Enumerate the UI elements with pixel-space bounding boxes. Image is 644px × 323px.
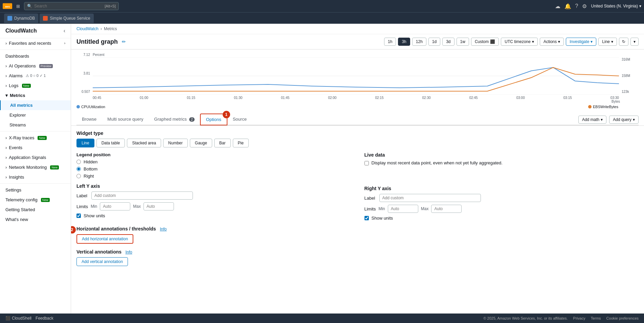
- horizontal-info-link[interactable]: Info: [160, 227, 167, 231]
- edit-graph-icon[interactable]: ✏: [122, 39, 126, 44]
- tab-options[interactable]: 1 Options: [200, 114, 227, 125]
- right-show-units-checkbox[interactable]: [364, 216, 369, 220]
- legend-right-option[interactable]: Right: [76, 174, 351, 179]
- sidebar-item-settings[interactable]: Settings: [0, 185, 71, 195]
- tab-source-label: Source: [233, 117, 247, 122]
- right-y-max-input[interactable]: [431, 205, 462, 213]
- time-1h-button[interactable]: 1h: [384, 38, 396, 46]
- time-1d-button[interactable]: 1d: [428, 38, 440, 46]
- service-tabs: DynamoDB Simple Queue Service: [0, 12, 644, 24]
- footer-terms[interactable]: Terms: [591, 316, 601, 320]
- graph-controls: 1h 3h 12h 1d 3d 1w Custom ⬛ UTC timezone…: [384, 38, 639, 46]
- footer-cookie[interactable]: Cookie preferences: [606, 316, 639, 320]
- actions-button[interactable]: Actions ▾: [540, 38, 564, 46]
- sidebar-item-events[interactable]: › Events: [0, 143, 71, 153]
- widget-type-pie[interactable]: Pie: [233, 139, 249, 147]
- region-selector[interactable]: United States (N. Virginia) ▾: [591, 4, 641, 8]
- time-3d-button[interactable]: 3d: [442, 38, 454, 46]
- legend-bottom-radio[interactable]: [76, 167, 81, 171]
- investigate-button[interactable]: Investigate ▾: [566, 38, 596, 46]
- sidebar-item-metrics[interactable]: ▾ Metrics: [0, 90, 71, 100]
- tab-browse[interactable]: Browse: [76, 114, 102, 125]
- widget-type-gauge[interactable]: Gauge: [190, 139, 212, 147]
- left-max-label: Max: [133, 204, 141, 209]
- chart-container: 7.12 3.81 0.507 Percent: [71, 49, 644, 114]
- time-1w-button[interactable]: 1w: [457, 38, 469, 46]
- bell-icon[interactable]: 🔔: [564, 3, 571, 9]
- telemetry-badge: New: [41, 198, 50, 202]
- gear-icon[interactable]: ⚙: [582, 3, 587, 9]
- right-y-label-input[interactable]: [379, 194, 481, 202]
- left-y-max-input[interactable]: [143, 202, 174, 210]
- widget-type-bar[interactable]: Bar: [214, 139, 231, 147]
- widget-type-stacked-area[interactable]: Stacked area: [127, 139, 161, 147]
- dynamodb-label: DynamoDB: [14, 16, 35, 21]
- refresh-button[interactable]: ↻: [619, 38, 628, 46]
- sidebar-item-insights[interactable]: › Insights: [0, 172, 71, 182]
- legend-hidden-radio[interactable]: [76, 160, 81, 164]
- network-badge: New: [50, 165, 59, 169]
- vertical-annotations-title: Vertical annotations: [76, 249, 121, 255]
- add-horizontal-annotation-button[interactable]: Add horizontal annotation: [76, 234, 133, 244]
- sidebar-item-streams[interactable]: Streams: [0, 120, 71, 130]
- add-query-button[interactable]: Add query ▾: [609, 116, 639, 124]
- widget-type-data-table[interactable]: Data table: [96, 139, 125, 147]
- add-vertical-annotation-button[interactable]: Add vertical annotation: [76, 257, 128, 266]
- add-math-button[interactable]: Add math ▾: [578, 116, 606, 124]
- tab-options-label: Options: [206, 117, 221, 122]
- sidebar-item-application-signals[interactable]: › Application Signals: [0, 153, 71, 162]
- left-y-label-input[interactable]: [91, 191, 193, 200]
- breadcrumb-parent[interactable]: CloudWatch: [76, 26, 98, 31]
- widget-type-line[interactable]: Line: [76, 139, 94, 147]
- sidebar-item-alarms[interactable]: › Alarms ⚠ 0 ○ 0 ✓ 1: [0, 71, 71, 81]
- time-custom-button[interactable]: Custom ⬛: [471, 38, 499, 46]
- graphed-metrics-count: 2: [189, 117, 195, 122]
- dynamodb-tab[interactable]: DynamoDB: [4, 14, 38, 23]
- sidebar-item-ai-operations[interactable]: › AI Operations Preview: [0, 61, 71, 71]
- right-y-min-input[interactable]: [388, 205, 418, 213]
- widget-type-number[interactable]: Number: [163, 139, 188, 147]
- sidebar-item-whats-new[interactable]: What's new: [0, 215, 71, 224]
- sidebar-item-explorer[interactable]: Explorer: [0, 110, 71, 120]
- alarms-label: Alarms: [9, 73, 22, 78]
- legend-right-radio[interactable]: [76, 174, 81, 178]
- right-col: Live data Display most recent data point…: [364, 152, 639, 221]
- vertical-info-link[interactable]: Info: [126, 250, 132, 255]
- legend-bottom-option[interactable]: Bottom: [76, 166, 351, 171]
- actions-label: Actions: [543, 39, 557, 44]
- refresh-dropdown-button[interactable]: ▾: [630, 38, 639, 46]
- cloudshell-button[interactable]: ⬛ CloudShell: [5, 316, 31, 321]
- tab-source[interactable]: Source: [227, 114, 252, 125]
- left-y-min-input[interactable]: [100, 202, 130, 210]
- search-input[interactable]: [34, 4, 103, 8]
- sidebar-item-xray-traces[interactable]: › X-Ray traces New: [0, 133, 71, 143]
- ebs-legend-label: EBSWriteBytes: [593, 105, 618, 109]
- right-max-label: Max: [421, 206, 429, 211]
- sidebar-item-getting-started[interactable]: Getting Started: [0, 205, 71, 215]
- sidebar-collapse-button[interactable]: ‹: [64, 28, 65, 34]
- aws-logo[interactable]: aws: [3, 1, 12, 11]
- sidebar-item-logs[interactable]: › Logs New: [0, 81, 71, 90]
- time-12h-button[interactable]: 12h: [412, 38, 426, 46]
- sidebar-item-network-monitoring[interactable]: › Network Monitoring New: [0, 162, 71, 172]
- sqs-tab[interactable]: Simple Queue Service: [40, 14, 93, 23]
- sidebar-item-favorites[interactable]: › Favorites and recents ›: [0, 38, 71, 48]
- sidebar-item-telemetry-config[interactable]: Telemetry config New: [0, 195, 71, 205]
- live-data-checkbox[interactable]: [364, 161, 369, 165]
- help-icon[interactable]: ?: [575, 3, 578, 9]
- footer-privacy[interactable]: Privacy: [573, 316, 585, 320]
- grid-icon[interactable]: ⊞: [15, 2, 21, 10]
- tab-multi-source[interactable]: Multi source query: [102, 114, 149, 125]
- cloud-icon[interactable]: ☁: [555, 3, 560, 9]
- tab-graphed-metrics[interactable]: Graphed metrics 2: [149, 114, 200, 125]
- line-button[interactable]: Line ▾: [598, 38, 617, 46]
- search-bar[interactable]: 🔍 [Alt+S]: [24, 2, 119, 10]
- sidebar-item-dashboards[interactable]: Dashboards: [0, 51, 71, 61]
- legend-hidden-option[interactable]: Hidden: [76, 159, 351, 164]
- time-3h-button[interactable]: 3h: [398, 38, 410, 46]
- feedback-button[interactable]: Feedback: [36, 316, 53, 321]
- left-show-units-checkbox[interactable]: [76, 214, 81, 218]
- live-data-check-row[interactable]: Display most recent data point, even whe…: [364, 160, 639, 165]
- timezone-button[interactable]: UTC timezone ▾: [501, 38, 538, 46]
- sidebar-item-all-metrics[interactable]: All metrics: [0, 100, 71, 110]
